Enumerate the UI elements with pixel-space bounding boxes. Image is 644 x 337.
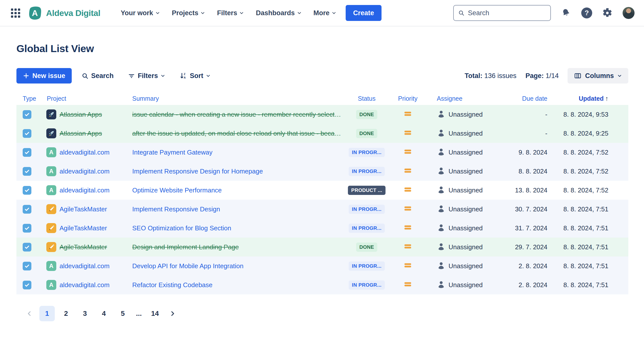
- row-checkbox[interactable]: [23, 281, 32, 289]
- project-link[interactable]: aldevadigital.com: [60, 262, 110, 270]
- summary-link[interactable]: issue calendar - when creating a new iss…: [132, 111, 341, 118]
- main-content: Global List View New issue Search Filter…: [0, 43, 644, 321]
- summary-link[interactable]: Develop API for Mobile App Integration: [132, 262, 244, 270]
- project-letter-a-icon: A: [46, 185, 56, 195]
- check-icon: [24, 131, 30, 136]
- column-header-project[interactable]: Project: [46, 95, 126, 102]
- check-icon: [24, 225, 30, 231]
- page-button-4[interactable]: 4: [96, 306, 112, 321]
- row-checkbox[interactable]: [23, 262, 32, 270]
- summary-link[interactable]: SEO Optimization for Blog Section: [132, 224, 231, 232]
- column-header-priority[interactable]: Priority: [387, 95, 428, 102]
- global-search-input[interactable]: [468, 9, 546, 17]
- search-icon: [458, 10, 464, 17]
- global-search[interactable]: [453, 5, 551, 21]
- project-pencil-icon: [46, 242, 56, 252]
- table-row[interactable]: A aldevadigital.com Implement Responsive…: [16, 162, 628, 181]
- table-row[interactable]: AgileTaskMaster SEO Optimization for Blo…: [16, 219, 628, 237]
- status-badge: IN PROGR...: [349, 224, 385, 233]
- assignee-name: Unassigned: [448, 243, 483, 251]
- table-row[interactable]: A aldevadigital.com Integrate Payment Ga…: [16, 143, 628, 162]
- column-header-type[interactable]: Type: [16, 95, 46, 102]
- nav-dashboards[interactable]: Dashboards: [251, 6, 306, 21]
- column-header-status[interactable]: Status: [346, 95, 387, 102]
- table-row[interactable]: Atlassian Apps after the issue is update…: [16, 124, 628, 143]
- list-toolbar: New issue Search Filters Z A: [16, 68, 628, 84]
- column-header-assignee[interactable]: Assignee: [428, 95, 503, 102]
- updated-date: 8. 8. 2024, 7:51: [550, 205, 628, 213]
- row-checkbox[interactable]: [23, 243, 32, 251]
- sort-button[interactable]: Z A Sort: [175, 68, 215, 84]
- status-badge: PRODUCT ...: [348, 186, 385, 195]
- check-icon: [24, 263, 30, 269]
- row-checkbox[interactable]: [23, 205, 32, 214]
- row-checkbox[interactable]: [23, 224, 32, 233]
- new-issue-button[interactable]: New issue: [16, 68, 72, 84]
- pencil-icon: [48, 206, 55, 213]
- project-link[interactable]: aldevadigital.com: [60, 281, 110, 289]
- project-link[interactable]: aldevadigital.com: [60, 149, 110, 156]
- filters-button[interactable]: Filters: [124, 68, 170, 84]
- row-checkbox[interactable]: [23, 167, 32, 176]
- table-row[interactable]: A aldevadigital.com Develop API for Mobi…: [16, 256, 628, 275]
- page-button-14[interactable]: 14: [147, 306, 162, 321]
- previous-page-chevron-icon[interactable]: [23, 307, 36, 320]
- project-link[interactable]: AgileTaskMaster: [60, 243, 107, 251]
- priority-medium-icon: [404, 130, 412, 137]
- summary-link[interactable]: Implement Responsive Design for Homepage: [132, 168, 263, 175]
- chevron-down-icon: [332, 11, 336, 15]
- project-link[interactable]: Atlassian Apps: [60, 111, 102, 118]
- column-header-due-date[interactable]: Due date: [503, 95, 550, 102]
- row-checkbox[interactable]: [23, 186, 32, 195]
- check-icon: [24, 187, 30, 193]
- sort-ascending-arrow-icon: ↑: [605, 95, 608, 102]
- help-icon[interactable]: ?: [581, 8, 592, 19]
- chevron-down-icon: [156, 11, 160, 15]
- summary-link[interactable]: Integrate Payment Gateway: [132, 149, 212, 156]
- project-link[interactable]: aldevadigital.com: [60, 168, 110, 175]
- search-button[interactable]: Search: [77, 68, 118, 84]
- check-icon: [24, 112, 30, 117]
- page-button-1[interactable]: 1: [39, 306, 55, 321]
- page-button-5[interactable]: 5: [115, 306, 130, 321]
- row-checkbox[interactable]: [23, 129, 32, 138]
- project-link[interactable]: AgileTaskMaster: [60, 205, 107, 213]
- assignee-avatar-icon: [437, 223, 446, 233]
- status-badge: IN PROGR...: [349, 280, 385, 290]
- column-header-summary[interactable]: Summary: [126, 95, 346, 102]
- summary-link[interactable]: Optimize Website Performance: [132, 186, 222, 194]
- summary-link[interactable]: Refactor Existing Codebase: [132, 281, 212, 289]
- check-icon: [24, 282, 30, 288]
- table-row[interactable]: A aldevadigital.com Optimize Website Per…: [16, 181, 628, 200]
- page-button-3[interactable]: 3: [77, 306, 93, 321]
- table-row[interactable]: AgileTaskMaster Design and Implement Lan…: [16, 237, 628, 256]
- nav-your-work[interactable]: Your work: [116, 6, 165, 21]
- app-switcher-icon[interactable]: [11, 9, 20, 18]
- summary-link[interactable]: after the issue is updated, on modal clo…: [132, 130, 341, 137]
- project-link[interactable]: aldevadigital.com: [60, 186, 110, 194]
- settings-gear-icon[interactable]: [602, 7, 613, 19]
- table-row[interactable]: AgileTaskMaster Implement Responsive Des…: [16, 200, 628, 219]
- summary-link[interactable]: Implement Responsive Design: [132, 205, 220, 213]
- table-row[interactable]: Atlassian Apps issue calendar - when cre…: [16, 105, 628, 124]
- summary-link[interactable]: Design and Implement Landing Page: [132, 243, 239, 251]
- brand-logo[interactable]: A Aldeva Digital: [28, 6, 100, 20]
- project-link[interactable]: AgileTaskMaster: [60, 224, 107, 232]
- nav-projects[interactable]: Projects: [167, 6, 210, 21]
- columns-button[interactable]: Columns: [568, 68, 628, 84]
- nav-filters[interactable]: Filters: [212, 6, 249, 21]
- project-link[interactable]: Atlassian Apps: [60, 130, 102, 137]
- toolbar-right: Total: 136 issues Page: 1/14 Columns: [465, 68, 628, 84]
- user-avatar[interactable]: [622, 7, 634, 19]
- page-button-2[interactable]: 2: [58, 306, 74, 321]
- create-button[interactable]: Create: [346, 5, 382, 21]
- priority-medium-icon: [404, 111, 412, 118]
- row-checkbox[interactable]: [23, 148, 32, 157]
- table-row[interactable]: A aldevadigital.com Refactor Existing Co…: [16, 275, 628, 294]
- nav-more[interactable]: More: [308, 6, 342, 21]
- notifications-bell-icon[interactable]: [560, 7, 572, 19]
- assignee-avatar-icon: [437, 204, 446, 214]
- next-page-chevron-icon[interactable]: [166, 307, 179, 320]
- row-checkbox[interactable]: [23, 110, 32, 119]
- column-header-updated[interactable]: Updated↑: [550, 95, 628, 102]
